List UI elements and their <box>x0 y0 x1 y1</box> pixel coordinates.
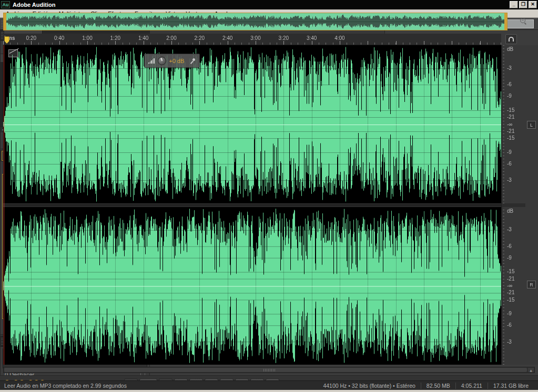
scale-center-label: -∞ <box>507 121 512 127</box>
pin-hud-icon[interactable] <box>190 58 196 64</box>
timeline-ruler[interactable]: hms 0:200:401:001:201:402:002:202:403:00… <box>3 34 501 45</box>
editor-panel: Editor: CantoMama3(original).mp3 ▼ × ▾≡ … <box>0 0 385 350</box>
scale-value-label: -15 <box>507 107 514 113</box>
amplitude-scale-left: dB-3-3-6-6-9-9-15-15-21-21-∞ <box>502 45 525 203</box>
ruler-label-2-20: 2:20 <box>195 35 205 41</box>
gain-knob[interactable] <box>158 57 166 65</box>
title-bar: Au Adobe Audition _ ❐ ✕ <box>0 0 538 9</box>
adobe-audition-window: Au Adobe Audition _ ❐ ✕ ArchivoEdiciónMu… <box>0 0 538 392</box>
scale-value-label: -21 <box>507 276 514 282</box>
ruler-label-3-40: 3:40 <box>307 35 317 41</box>
scale-value-label: -9 <box>507 149 512 155</box>
channel-left-button[interactable]: L <box>527 121 536 129</box>
scale-value-label: -3 <box>507 177 512 183</box>
status-message: Leer Audio en MP3 completado en 2.99 seg… <box>4 383 127 389</box>
gain-hud[interactable]: +0 dB <box>144 54 200 68</box>
close-button[interactable]: ✕ <box>529 1 537 8</box>
scale-value-label: -21 <box>507 128 514 134</box>
window-title: Adobe Audition <box>13 2 55 8</box>
editor-hscrollbar[interactable]: ▲ <box>3 367 535 373</box>
waveform-channels: +0 dB <box>3 45 501 365</box>
status-audio-format: 44100 Hz • 32 bits (flotante) • Estéreo <box>318 383 420 389</box>
scale-value-label: -15 <box>507 135 514 141</box>
ruler-label-2-00: 2:00 <box>166 35 176 41</box>
scale-unit-label: dB <box>507 208 513 214</box>
scale-value-label: -9 <box>507 93 512 99</box>
amplitude-scale: dB-3-3-6-6-9-9-15-15-21-21-∞ dB-3-3-6-6-… <box>501 45 525 365</box>
waveform-channel-right-canvas[interactable] <box>3 207 501 365</box>
status-free-space: 17.31 GB libre <box>488 383 534 389</box>
waveform-overview[interactable] <box>3 13 507 30</box>
ruler-label-3-00: 3:00 <box>250 35 260 41</box>
minimize-button[interactable]: _ <box>510 1 518 8</box>
status-file-size: 82.50 MB <box>421 383 455 389</box>
spectral-opacity-icon[interactable] <box>8 49 18 57</box>
gain-value[interactable]: +0 dB <box>169 58 185 64</box>
scale-value-label: -3 <box>507 226 512 232</box>
scale-value-label: -9 <box>507 255 512 261</box>
scale-value-label: -3 <box>507 339 512 345</box>
status-bar: Leer Audio en MP3 completado en 2.99 seg… <box>0 380 538 390</box>
waveform-display: +0 dB dB-3-3-6-6-9-9-15-15-21-21-∞ dB-3-… <box>3 45 538 365</box>
window-border <box>0 390 538 392</box>
ruler-label-3-20: 3:20 <box>279 35 289 41</box>
scale-value-label: -3 <box>507 65 512 71</box>
ruler-label-1-20: 1:20 <box>110 35 120 41</box>
scale-unit-label: dB <box>507 46 513 52</box>
scale-value-label: -6 <box>507 161 512 167</box>
playhead-line[interactable] <box>4 45 4 365</box>
scale-value-label: -6 <box>507 81 512 87</box>
scale-value-label: -15 <box>507 269 514 274</box>
scrollbar-end-button[interactable]: ▲ <box>528 368 534 372</box>
snap-toggle-button[interactable] <box>505 34 517 44</box>
scale-value-label: -15 <box>507 297 514 303</box>
scale-value-label: -6 <box>507 243 512 249</box>
scale-value-label: -21 <box>507 114 514 120</box>
status-duration: 4:05.211 <box>455 383 488 389</box>
ruler-label-1-40: 1:40 <box>138 35 148 41</box>
channel-divider[interactable] <box>3 203 501 207</box>
zoom-out-overview-icon: − <box>520 18 525 24</box>
ruler-label-2-40: 2:40 <box>222 35 232 41</box>
audition-logo-icon: Au <box>1 1 10 8</box>
ruler-major-ticks <box>3 41 501 45</box>
scale-value-label: -9 <box>507 311 512 316</box>
ruler-label-4-00: 4:00 <box>334 35 344 41</box>
restore-button[interactable]: ❐ <box>519 1 527 8</box>
channel-right-button[interactable]: R <box>527 281 536 288</box>
ruler-label-0-40: 0:40 <box>54 35 64 41</box>
magnet-icon <box>509 37 514 42</box>
waveform-channel-left-canvas[interactable] <box>3 45 501 203</box>
scale-value-label: -21 <box>507 290 514 295</box>
scale-value-label: -6 <box>507 322 512 328</box>
ruler-label-1-00: 1:00 <box>82 35 92 41</box>
overview-selection[interactable] <box>3 13 507 30</box>
scale-center-label: -∞ <box>507 283 512 288</box>
channel-rail: L R <box>525 45 538 365</box>
ruler-label-0-20: 0:20 <box>26 35 36 41</box>
gain-ramp-icon <box>148 58 155 64</box>
amplitude-scale-right: dB-3-3-6-6-9-9-15-15-21-21-∞ <box>502 207 525 365</box>
